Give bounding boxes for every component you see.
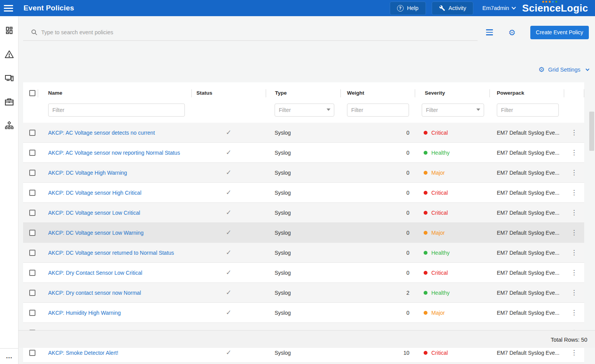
powerpack-name: EM7 Default Syslog Eve... — [497, 210, 560, 216]
chevron-down-icon — [511, 5, 516, 9]
row-checkbox[interactable] — [29, 310, 35, 316]
row-actions-kebab-icon[interactable]: ⋮ — [571, 309, 577, 316]
policy-type: Syslog — [275, 210, 291, 216]
row-actions-kebab-icon[interactable]: ⋮ — [571, 149, 577, 156]
row-checkbox[interactable] — [29, 190, 35, 196]
row-actions-kebab-icon[interactable]: ⋮ — [571, 269, 577, 276]
policy-name-link[interactable]: AKCP: AC Voltage sensor detects no curre… — [48, 130, 155, 136]
business-services-icon[interactable] — [4, 97, 14, 107]
severity-label: Major — [431, 310, 445, 316]
table-row: AKCP: DC Voltage sensor Low Critical ✓ S… — [23, 203, 584, 223]
menu-hamburger-icon[interactable] — [4, 5, 13, 12]
row-actions-kebab-icon[interactable]: ⋮ — [571, 209, 577, 216]
status-enabled-check-icon: ✓ — [226, 349, 231, 357]
row-checkbox[interactable] — [29, 350, 35, 356]
activity-button[interactable]: Activity — [432, 2, 474, 15]
left-nav-sidebar: ... — [0, 16, 18, 364]
vertical-scrollbar-thumb[interactable] — [589, 112, 594, 151]
sidebar-more-icon[interactable]: ... — [0, 348, 18, 364]
policy-weight: 0 — [406, 190, 409, 196]
policy-name-link[interactable]: AKCP: DC Voltage High Warning — [48, 170, 127, 176]
status-enabled-check-icon: ✓ — [226, 289, 231, 297]
row-checkbox[interactable] — [29, 250, 35, 256]
row-checkbox[interactable] — [29, 290, 35, 296]
help-label: Help — [407, 5, 419, 11]
row-checkbox[interactable] — [29, 170, 35, 176]
policy-name-link[interactable]: AKCP: Dry contact sensor now Normal — [48, 290, 141, 296]
table-row: AKCP: DC Voltage sensor returned to Norm… — [23, 243, 584, 263]
policy-weight: 0 — [406, 210, 409, 216]
policy-type: Syslog — [275, 270, 291, 276]
table-row: AKCP: AC Voltage sensor now reporting No… — [23, 143, 584, 163]
table-row: AKCP: DC Voltage sensor Low Warning ✓ Sy… — [23, 223, 584, 243]
type-filter-select[interactable] — [275, 104, 334, 117]
policy-name-link[interactable]: AKCP: Dry Contact Sensor Low Critical — [48, 270, 142, 276]
grid-settings-control[interactable]: ⚙ Grid Settings — [538, 66, 589, 73]
row-checkbox[interactable] — [29, 270, 35, 276]
row-actions-kebab-icon[interactable]: ⋮ — [571, 349, 577, 356]
sciencelogic-logo: ScienceLogic — [522, 2, 588, 14]
help-icon: ? — [397, 5, 404, 12]
settings-gear-icon[interactable]: ⚙ — [508, 28, 516, 37]
powerpack-name: EM7 Default Syslog Eve... — [497, 350, 560, 356]
column-header-severity[interactable]: Severity — [415, 82, 489, 104]
table-header-row: Name Status Type Weight Severity Powerpa… — [23, 82, 584, 104]
column-header-status[interactable]: Status — [191, 82, 266, 104]
row-checkbox[interactable] — [29, 230, 35, 236]
select-all-checkbox[interactable] — [29, 90, 35, 96]
severity-label: Healthy — [431, 250, 449, 256]
severity-label: Critical — [431, 270, 448, 276]
policy-name-link[interactable]: AKCP: Humidity High Warning — [48, 310, 121, 316]
column-header-name[interactable]: Name — [38, 82, 191, 104]
policy-name-link[interactable]: AKCP: DC Voltage sensor Low Warning — [48, 230, 144, 236]
row-actions-kebab-icon[interactable]: ⋮ — [571, 169, 577, 176]
search-icon — [31, 29, 38, 36]
name-filter-input[interactable] — [48, 104, 185, 117]
policy-weight: 0 — [406, 150, 409, 156]
row-actions-kebab-icon[interactable]: ⋮ — [571, 229, 577, 236]
devices-icon[interactable] — [4, 73, 14, 83]
status-enabled-check-icon: ✓ — [226, 229, 231, 237]
page-title: Event Policies — [23, 4, 74, 12]
policy-type: Syslog — [275, 350, 291, 356]
policy-name-link[interactable]: AKCP: DC Voltage sensor Low Critical — [48, 210, 140, 216]
main-content: ⚙ Create Event Policy ⚙ Grid Settings Na… — [18, 16, 595, 364]
policy-type: Syslog — [275, 130, 291, 136]
create-event-policy-button[interactable]: Create Event Policy — [530, 26, 589, 39]
column-header-type[interactable]: Type — [266, 82, 340, 104]
row-actions-kebab-icon[interactable]: ⋮ — [571, 289, 577, 296]
policy-name-link[interactable]: AKCP: DC Voltage sensor returned to Norm… — [48, 250, 174, 256]
powerpack-filter-input[interactable] — [497, 104, 559, 117]
grid-settings-gear-icon: ⚙ — [538, 66, 545, 73]
search-input[interactable] — [41, 29, 478, 35]
user-label: Em7admin — [482, 5, 509, 11]
severity-label: Major — [431, 230, 445, 236]
severity-filter-select[interactable] — [422, 104, 484, 117]
user-menu[interactable]: Em7admin — [482, 5, 515, 11]
row-checkbox[interactable] — [29, 130, 35, 136]
events-icon[interactable] — [4, 49, 14, 59]
column-header-actions — [564, 82, 584, 104]
row-actions-kebab-icon[interactable]: ⋮ — [571, 129, 577, 136]
row-checkbox[interactable] — [29, 150, 35, 156]
policy-name-link[interactable]: AKCP: DC Voltage sensor High Critical — [48, 190, 141, 196]
event-policies-table: Name Status Type Weight Severity Powerpa… — [23, 82, 584, 363]
policy-weight: 0 — [406, 230, 409, 236]
row-actions-kebab-icon[interactable]: ⋮ — [571, 189, 577, 196]
maps-icon[interactable] — [4, 121, 14, 131]
dashboards-icon[interactable] — [4, 25, 14, 35]
status-enabled-check-icon: ✓ — [226, 149, 231, 157]
powerpack-name: EM7 Default Syslog Eve... — [497, 150, 560, 156]
powerpack-name: EM7 Default Syslog Eve... — [497, 190, 560, 196]
row-checkbox[interactable] — [29, 210, 35, 216]
policy-name-link[interactable]: AKCP: AC Voltage sensor now reporting No… — [48, 150, 180, 156]
severity-dot-icon — [424, 251, 427, 255]
column-header-weight[interactable]: Weight — [340, 82, 415, 104]
policy-type: Syslog — [275, 250, 291, 256]
column-header-powerpack[interactable]: Powerpack — [489, 82, 564, 104]
list-view-icon[interactable] — [486, 29, 493, 35]
help-button[interactable]: ? Help — [390, 2, 426, 15]
weight-filter-input[interactable] — [347, 104, 409, 117]
row-actions-kebab-icon[interactable]: ⋮ — [571, 249, 577, 256]
policy-name-link[interactable]: AKCP: Smoke Detector Alert! — [48, 350, 118, 356]
